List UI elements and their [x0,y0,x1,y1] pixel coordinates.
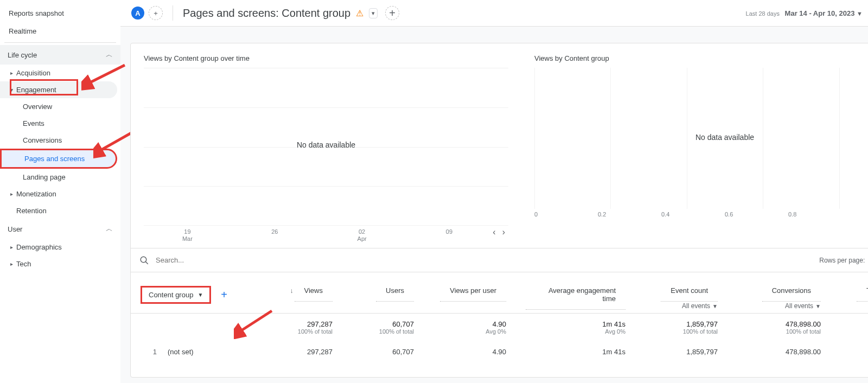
sidebar-item-tech[interactable]: ▸ Tech [0,256,120,272]
sidebar-engagement-label: Engagement [16,86,56,94]
summary-rev: $97,519.30 [840,320,868,328]
caret-right-icon: ▸ [7,191,16,197]
dimension-picker[interactable]: Content group ▼ [141,286,211,304]
summary-users: 60,707 [352,320,414,328]
add-segment-button[interactable]: + [149,6,163,20]
date-range-picker[interactable]: Last 28 days Mar 14 - Apr 10, 2023 ▼ [746,9,863,17]
chart-pager: ‹ › [493,225,508,237]
summary-vpu: 4.90 [433,320,506,328]
svg-line-0 [87,65,125,84]
chevron-down-icon: ▼ [857,10,863,17]
row-index: 1 [141,348,157,356]
svg-point-10 [141,257,146,263]
cell-users: 60,707 [342,341,424,362]
caret-down-icon: ▾ [7,87,16,93]
col-views[interactable]: Views [295,280,333,302]
search-icon [139,256,149,265]
col-total-revenue[interactable]: Total revenue [857,280,868,302]
table-row[interactable]: 1(not set) [131,341,250,362]
annotation-arrow-icon [234,307,277,339]
chart-title: Views by Content group [534,54,868,62]
chevron-up-icon: ︿ [106,50,113,60]
sidebar-lifecycle-label: Life cycle [8,51,37,59]
report-card: Views by Content group over time No data… [130,43,868,378]
cell-views: 297,287 [250,341,342,362]
sidebar-demographics-label: Demographics [16,243,62,251]
conversion-filter[interactable]: All events▼ [785,302,821,310]
page-title-text: Pages and screens: Content group [183,7,350,20]
col-avg-engagement[interactable]: Average engagement time [526,280,626,310]
sidebar-group-user[interactable]: User ︿ [0,219,120,239]
no-data-label: No data available [144,141,508,149]
sidebar-item-overview[interactable]: Overview [0,98,120,115]
caret-right-icon: ▸ [7,261,16,267]
svg-line-11 [145,261,148,264]
rpp-label: Rows per page: [819,257,865,264]
search-input[interactable] [154,254,819,266]
chart-bar: Views by Content group No data available… [516,43,868,248]
chart-x-axis: 19Mar 26 02Apr 09 [144,228,493,242]
cell-events: 1,859,797 [635,341,727,362]
row-dimension: (not set) [168,348,194,356]
page-title: Pages and screens: Content group ⚠ ▾ + [183,6,399,20]
no-data-label: No data available [534,133,868,142]
cell-conv: 478,898.00 [727,341,831,362]
svg-line-12 [238,311,272,333]
event-filter[interactable]: All events▼ [682,302,718,310]
chart-prev-button[interactable]: ‹ [493,227,495,237]
plus-icon: + [154,9,158,17]
caret-right-icon: ▸ [7,244,16,250]
topbar: A + Pages and screens: Content group ⚠ ▾… [120,0,868,27]
sidebar-reports-snapshot[interactable]: Reports snapshot [0,4,120,22]
sort-desc-icon[interactable]: ↓ [290,287,293,295]
sidebar-monetization-label: Monetization [16,190,56,198]
svg-line-1 [98,133,131,152]
sidebar-item-monetization[interactable]: ▸ Monetization [0,186,120,202]
sidebar-item-landing-page[interactable]: Landing page [0,169,120,186]
chart-title: Views by Content group over time [144,54,508,62]
dimension-label: Content group [149,291,193,299]
chevron-down-icon: ▼ [197,292,203,298]
plus-icon: + [389,7,395,20]
col-event-count[interactable]: Event count [661,280,718,302]
summary-conv: 478,898.00 [737,320,821,328]
sidebar-retention-label: Retention [16,207,47,215]
sidebar-item-demographics[interactable]: ▸ Demographics [0,239,120,256]
warning-triangle-icon[interactable]: ⚠ [356,8,363,18]
chart-next-button[interactable]: › [502,227,505,237]
annotation-arrow-icon [81,60,130,92]
table-toolbar: Rows per page: 10 1-1 of 1 [131,248,868,272]
col-users[interactable]: Users [376,280,414,302]
segment-chip[interactable]: A [131,7,144,20]
title-dropdown[interactable]: ▾ [369,8,378,18]
add-dimension-button[interactable]: + [221,289,227,301]
cell-vpu: 4.90 [424,341,516,362]
cell-rev: $97,519.30 [831,341,868,362]
col-conversions[interactable]: Conversions [762,280,821,302]
chevron-up-icon: ︿ [106,224,113,234]
sidebar-acquisition-label: Acquisition [16,69,50,77]
chart-x-axis: 0 0.2 0.4 0.6 0.8 1 [534,211,868,218]
summary-aet: 1m 41s [526,320,626,328]
date-range-label: Last 28 days [746,10,780,17]
sidebar-user-label: User [8,225,22,233]
summary-events: 1,859,797 [645,320,718,328]
sidebar-tech-label: Tech [16,260,31,268]
chart-time-series: Views by Content group over time No data… [131,43,516,248]
sidebar: Reports snapshot Realtime Life cycle ︿ ▸… [0,0,120,383]
caret-right-icon: ▸ [7,70,16,76]
rows-per-page[interactable]: Rows per page: 10 [819,256,868,265]
add-comparison-button[interactable]: + [385,6,399,20]
sidebar-realtime[interactable]: Realtime [0,22,120,40]
cell-aet: 1m 41s [516,341,635,362]
sidebar-item-retention[interactable]: Retention [0,202,120,219]
date-range-value: Mar 14 - Apr 10, 2023 [785,9,855,17]
col-views-per-user[interactable]: Views per user [440,280,506,302]
